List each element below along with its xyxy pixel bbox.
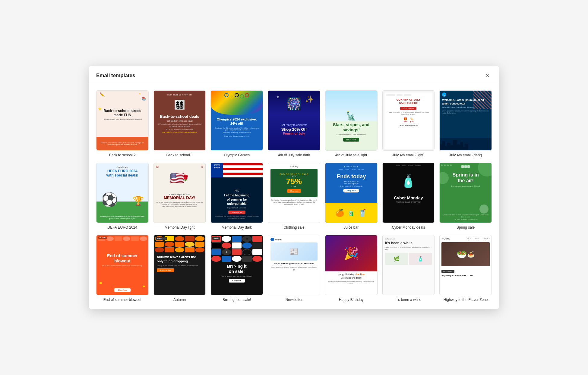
template-item[interactable]: OUR 4TH OF JULYSALE IS HERE Go to Websit…: [382, 90, 435, 157]
template-label: Memorial Day dark: [222, 225, 252, 230]
template-heading: Olympics 2024 exclusive: 24% off!: [214, 117, 260, 126]
template-heading: Back-to-school deals: [157, 114, 203, 119]
template-heading: MEMORIAL DAY!: [156, 196, 203, 200]
template-thumb-autumn: BRAND⬛⬛ Autumn leaves aren't the only th…: [153, 235, 206, 295]
template-label: It's been a while: [396, 298, 422, 302]
template-thumb-flavor: FOOD SHOP TRAVEL FEATURES 🥗 🍝 READ MORE: [439, 235, 492, 295]
template-label: Juice bar: [344, 225, 359, 230]
template-heading: Highway to the Flavor Zone: [441, 274, 490, 277]
template-heading: Let the beginningof summer beunforgettab…: [214, 193, 260, 206]
template-item[interactable]: ◆ ARISSA ◆ Store New Shop Guides Ends to…: [325, 163, 378, 230]
template-thumb-back-to-school-2: ✏️ 📚 ⭐ ★ Back-to-school stress made FUN …: [96, 90, 149, 151]
template-thumb-birthday: Shutterstock 🎉 Happy Birthday, Joe DoeLo…: [325, 235, 378, 295]
template-item[interactable]: ❄ ❄: [210, 235, 263, 302]
template-label: UEFA EURO 2024: [107, 225, 137, 230]
template-item[interactable]: BRAND End of summer blowout Buy One Get …: [96, 235, 149, 302]
template-thumb-spring: Spring is inthe air! Refresh your wardro…: [439, 163, 492, 223]
template-thumb-memorial-dark: ★★★★★★ M̶ D̶ Let the beginningof summer …: [210, 163, 263, 223]
template-thumb-clothing: Clothing END OF SCHOOL SALE UP TO 75% OF…: [268, 163, 320, 223]
template-label: Happy Birthday: [339, 298, 364, 302]
template-item[interactable]: BRAND⬛⬛ Autumn leaves aren't the only th…: [153, 235, 206, 302]
template-label: Spring sale: [457, 225, 475, 230]
template-thumb-july4-email-dark: L Welcome, Lorem ipsum dolor sit amet, c…: [439, 90, 492, 151]
template-item[interactable]: ⚽ 🏆 Celebrate UEFA EURO 2024with special…: [96, 163, 149, 230]
template-heading: Back-to-school stress made FUN: [99, 109, 146, 117]
template-heading: Ends today: [328, 173, 374, 180]
template-label: Back to school 1: [166, 153, 193, 157]
modal-body: ✏️ 📚 ⭐ ★ Back-to-school stress made FUN …: [89, 84, 499, 309]
template-item[interactable]: Shutterstock 🎉 Happy Birthday, Joe DoeLo…: [325, 235, 378, 302]
template-thumb-olympic: Olympics 2024 exclusive: 24% off! Celebr…: [210, 90, 263, 151]
template-item[interactable]: Must-haves up to 40% off! 👨‍👩‍👧‍👦 Back-t…: [153, 90, 206, 157]
template-item[interactable]: Clothing END OF SCHOOL SALE UP TO 75% OF…: [268, 163, 320, 230]
template-heading: It's been a while: [385, 241, 432, 245]
template-heading: Super Exciting Newsletter Headline: [270, 262, 318, 265]
template-label: Clothing sale: [283, 225, 304, 230]
template-thumb-brrr: ❄ ❄: [210, 235, 263, 295]
template-heading: Happy Birthday, Joe DoeLorem ipsum dolor…: [328, 273, 375, 280]
template-heading: Brrr-ing iton sale!: [214, 264, 260, 274]
template-thumb-euro: ⚽ 🏆 Celebrate UEFA EURO 2024with special…: [96, 163, 149, 223]
template-heading: Stars, stripes, and savings!: [328, 122, 375, 133]
template-thumb-newsletter: my logo 📰 Super Exciting Newsletter Head…: [268, 235, 320, 295]
template-label: Brrr-ing it on sale!: [223, 298, 251, 302]
template-thumb-july4-light: 🗽 Stars, stripes, and savings! Cue the f…: [325, 90, 378, 151]
modal-header: Email templates ×: [89, 66, 499, 84]
template-thumb-end-summer: BRAND End of summer blowout Buy One Get …: [96, 235, 149, 295]
template-heading: Autumn leaves aren't the only thing drop…: [157, 255, 203, 264]
template-heading: End of summer blowout: [100, 253, 145, 264]
template-label: 4th of July sale light: [335, 153, 367, 157]
template-heading: OUR 4TH OF JULYSALE IS HERE: [387, 98, 430, 105]
template-label: Cyber Monday deals: [392, 225, 425, 230]
template-label: Olympic Games: [224, 153, 250, 157]
template-heading: UEFA EURO 2024with special deals!: [100, 169, 145, 178]
modal-title: Email templates: [96, 73, 135, 79]
template-item[interactable]: L Welcome, Lorem ipsum dolor sit amet, c…: [439, 90, 492, 157]
template-sub: The new school year doesn't have to be s…: [99, 119, 146, 120]
template-thumb-juice: ◆ ARISSA ◆ Store New Shop Guides Ends to…: [325, 163, 378, 223]
template-label: Autumn: [173, 298, 186, 302]
template-thumb-been-while: ◎ TargetLab It's been a while Lorem ipsu…: [382, 235, 435, 295]
template-label: End of summer blowout: [103, 298, 141, 302]
template-item[interactable]: ★★★★★★ M̶ D̶ Let the beginningof summer …: [210, 163, 263, 230]
template-label: July 4th email (dark): [449, 153, 482, 157]
email-templates-modal: Email templates × ✏️ 📚 ⭐ ★ Back-to-schoo…: [89, 66, 499, 309]
template-label: 4th of July sale dark: [278, 153, 310, 157]
template-heading: Cyber Monday: [386, 195, 432, 200]
template-item[interactable]: ◎ TargetLab It's been a while Lorem ipsu…: [382, 235, 435, 302]
template-item[interactable]: ✏️ 📚 ⭐ ★ Back-to-school stress made FUN …: [96, 90, 149, 157]
template-item[interactable]: Spring is inthe air! Refresh your wardro…: [439, 163, 492, 230]
template-thumb-cyber: Store Shop Guides Custom 🧴 Cyber Monday …: [382, 163, 435, 223]
template-label: Back to school 2: [109, 153, 136, 157]
template-thumb-memorial-light: 🇺🇸 🌹 M D Come together this MEMORIAL DAY…: [153, 163, 206, 223]
templates-grid: ✏️ 📚 ⭐ ★ Back-to-school stress made FUN …: [96, 90, 492, 302]
template-thumb-july4-dark: ✨ ✦ 🎆 Get ready to celebrate Shop 20% Of…: [268, 90, 320, 151]
template-label: Memorial Day light: [165, 225, 194, 230]
template-heading: Welcome, Lorem ipsum dolor sit amet, con…: [442, 98, 489, 105]
template-item[interactable]: Store Shop Guides Custom 🧴 Cyber Monday …: [382, 163, 435, 230]
template-item[interactable]: 🗽 Stars, stripes, and savings! Cue the f…: [325, 90, 378, 157]
template-label: July 4th email (light): [392, 153, 425, 157]
template-heading: Spring is inthe air!: [443, 172, 488, 183]
template-item[interactable]: FOOD SHOP TRAVEL FEATURES 🥗 🍝 READ MORE: [439, 235, 492, 302]
template-item[interactable]: 🇺🇸 🌹 M D Come together this MEMORIAL DAY…: [153, 163, 206, 230]
template-item[interactable]: ✨ ✦ 🎆 Get ready to celebrate Shop 20% Of…: [268, 90, 320, 157]
template-thumb-back-to-school-1: Must-haves up to 40% off! 👨‍👩‍👧‍👦 Back-t…: [153, 90, 206, 151]
template-item[interactable]: my logo 📰 Super Exciting Newsletter Head…: [268, 235, 320, 302]
template-label: Newsletter: [286, 298, 303, 302]
template-item[interactable]: Olympics 2024 exclusive: 24% off! Celebr…: [210, 90, 263, 157]
template-label: Highway to the Flavor Zone: [444, 298, 488, 302]
close-button[interactable]: ×: [483, 71, 492, 80]
template-thumb-july4-email-light: OUR 4TH OF JULYSALE IS HERE Go to Websit…: [382, 90, 435, 151]
